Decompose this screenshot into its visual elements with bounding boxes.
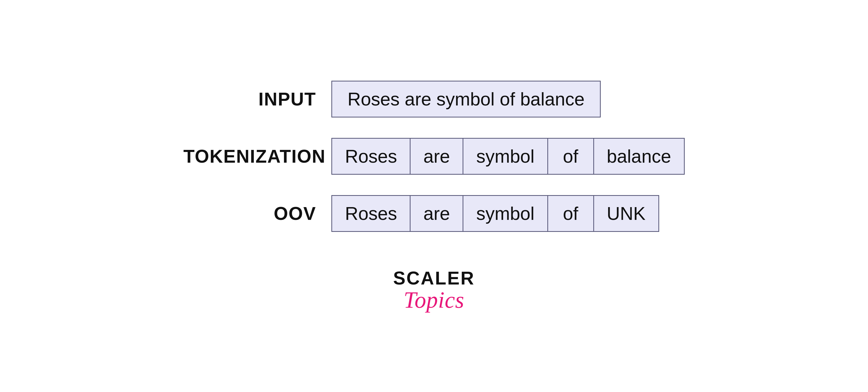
input-box: Roses are symbol of balance xyxy=(331,81,600,118)
input-row: INPUT Roses are symbol of balance xyxy=(183,81,600,118)
oov-token-symbol: symbol xyxy=(463,195,547,232)
tokenization-label: TOKENIZATION xyxy=(183,146,316,167)
logo-container: SCALER Topics xyxy=(183,268,684,311)
logo-topics: Topics xyxy=(404,289,464,311)
tokenization-row: TOKENIZATION Roses are symbol of balance xyxy=(183,138,684,175)
token-symbol: symbol xyxy=(463,138,547,175)
oov-token-unk: UNK xyxy=(593,195,659,232)
token-of: of xyxy=(547,138,593,175)
token-are: are xyxy=(410,138,463,175)
token-balance: balance xyxy=(593,138,685,175)
oov-row: OOV Roses are symbol of UNK xyxy=(183,195,659,232)
oov-token-of: of xyxy=(547,195,593,232)
oov-token-roses: Roses xyxy=(331,195,410,232)
tokenization-tokens: Roses are symbol of balance xyxy=(331,138,684,175)
oov-token-are: are xyxy=(410,195,463,232)
oov-label: OOV xyxy=(183,203,316,224)
oov-tokens: Roses are symbol of UNK xyxy=(331,195,659,232)
main-container: INPUT Roses are symbol of balance TOKENI… xyxy=(168,65,700,327)
input-label: INPUT xyxy=(183,89,316,110)
token-roses: Roses xyxy=(331,138,410,175)
logo-scaler: SCALER xyxy=(393,268,475,289)
